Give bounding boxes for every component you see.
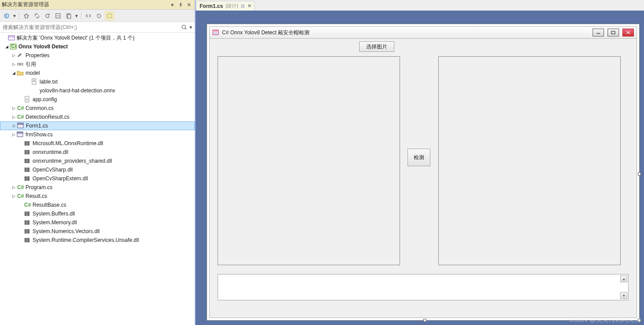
svg-rect-43 — [28, 220, 29, 225]
text-file-icon — [31, 78, 38, 85]
dll-icon — [24, 149, 31, 156]
svg-rect-46 — [28, 229, 29, 234]
picturebox-result[interactable] — [438, 56, 621, 265]
solution-node[interactable]: ▸ 解决方案 'Onnx Yolov8 Detect' (1 个项目，共 1 个… — [0, 33, 195, 42]
tree-item-result-cs[interactable]: ▷ C# Result.cs — [0, 192, 195, 201]
tree-item-onnx-model[interactable]: ▸ yolov8n-hard-hat-detection.onnx — [0, 86, 195, 95]
maximize-button[interactable] — [608, 29, 619, 37]
expand-arrow-icon[interactable]: ▷ — [11, 132, 17, 137]
expand-arrow-icon[interactable]: ▷ — [11, 124, 17, 128]
detect-button[interactable]: 检测 — [408, 149, 430, 166]
properties-icon[interactable] — [94, 11, 104, 21]
explorer-search-box[interactable]: ▾ — [0, 22, 195, 33]
csharp-file-icon: C# — [17, 113, 24, 121]
tree-item-properties[interactable]: ▷ Properties — [0, 51, 195, 60]
dll-icon — [24, 219, 31, 226]
svg-rect-20 — [25, 141, 26, 146]
csharp-file-icon: C# — [17, 105, 24, 112]
showall-dropdown-icon[interactable]: ▾ — [74, 11, 79, 21]
designer-canvas[interactable]: C# Onnx Yolov8 Detect 戴安全帽检测 选择图片 检测 ▴ ▾ — [196, 11, 644, 325]
close-icon[interactable]: ✕ — [185, 1, 193, 9]
svg-rect-47 — [25, 238, 26, 242]
svg-point-5 — [182, 25, 186, 29]
expand-arrow-icon[interactable]: ▷ — [11, 115, 17, 119]
back-dropdown-icon[interactable]: ▾ — [12, 11, 17, 21]
close-icon[interactable]: ✕ — [247, 3, 251, 9]
tree-item-common-cs[interactable]: ▷ C# Common.cs — [0, 104, 195, 113]
tree-item-dll[interactable]: ▸System.Memory.dll — [0, 218, 195, 227]
config-file-icon — [24, 96, 31, 103]
tree-item-program-cs[interactable]: ▷ C# Program.cs — [0, 183, 195, 192]
svg-rect-29 — [25, 168, 26, 172]
collapse-all-icon[interactable] — [53, 11, 63, 21]
back-icon[interactable] — [2, 11, 11, 21]
svg-text:C#: C# — [17, 184, 24, 190]
form-client-area[interactable]: 选择图片 检测 ▴ ▾ — [209, 39, 637, 318]
form-titlebar: C# Onnx Yolov8 Detect 戴安全帽检测 — [209, 26, 637, 39]
expand-arrow-icon[interactable]: ▷ — [11, 185, 17, 190]
preview-icon[interactable] — [105, 11, 114, 21]
show-all-files-icon[interactable] — [64, 11, 73, 21]
dll-icon — [24, 210, 31, 217]
solution-tree[interactable]: ▸ 解决方案 'Onnx Yolov8 Detect' (1 个项目，共 1 个… — [0, 33, 195, 325]
expand-arrow-icon[interactable]: ◢ — [11, 71, 17, 75]
tree-item-dll[interactable]: ▸System.Runtime.CompilerServices.Unsafe.… — [0, 236, 195, 245]
expand-arrow-icon[interactable]: ◢ — [4, 44, 10, 49]
refresh-icon[interactable] — [43, 11, 52, 21]
svg-rect-3 — [68, 15, 71, 18]
resize-handle-icon[interactable] — [423, 319, 426, 322]
winform-file-icon — [17, 131, 24, 138]
close-button[interactable] — [622, 29, 634, 37]
search-dropdown-icon[interactable]: ▾ — [189, 24, 193, 30]
picturebox-source[interactable] — [218, 56, 400, 265]
tree-item-dll[interactable]: ▸OpenCvSharpExtern.dll — [0, 174, 195, 183]
svg-text:C#: C# — [17, 114, 24, 120]
pin-icon[interactable]: ⊟ — [241, 4, 244, 8]
designer-surface[interactable]: C# Onnx Yolov8 Detect 戴安全帽检测 选择图片 检测 ▴ ▾ — [207, 24, 640, 321]
dll-icon — [24, 237, 31, 244]
tree-item-appconfig[interactable]: ▸ app.config — [0, 95, 195, 104]
search-icon[interactable] — [180, 24, 189, 30]
expand-arrow-icon[interactable]: ▷ — [11, 194, 17, 198]
view-code-icon[interactable] — [84, 11, 93, 21]
tree-item-model-folder[interactable]: ◢ model — [0, 69, 195, 77]
resize-handle-icon[interactable] — [638, 172, 641, 175]
expand-arrow-icon[interactable]: ▷ — [11, 53, 17, 58]
tree-item-dll[interactable]: ▸Microsoft.ML.OnnxRuntime.dll — [0, 139, 195, 148]
dropdown-icon[interactable]: ▾ — [168, 1, 176, 9]
tree-item-form1-cs[interactable]: ▷ Form1.cs — [0, 121, 195, 130]
search-input[interactable] — [2, 23, 180, 31]
expand-arrow-icon[interactable]: ▷ — [11, 62, 17, 66]
csharp-file-icon: C# — [17, 184, 24, 191]
tree-item-references[interactable]: ▷ 引用 — [0, 60, 195, 69]
sync-icon[interactable] — [32, 11, 42, 21]
svg-rect-32 — [25, 176, 26, 181]
pin-icon[interactable] — [177, 1, 185, 9]
tree-item-lable-txt[interactable]: ▸ lable.txt — [0, 77, 195, 86]
output-textbox[interactable]: ▴ ▾ — [218, 274, 629, 300]
tree-item-dll[interactable]: ▸onnxruntime_providers_shared.dll — [0, 157, 195, 165]
expand-arrow-icon[interactable]: ▷ — [11, 106, 17, 110]
tree-item-dll[interactable]: ▸System.Buffers.dll — [0, 209, 195, 218]
svg-text:C#: C# — [11, 43, 17, 49]
scroll-down-icon[interactable]: ▾ — [620, 292, 627, 299]
svg-rect-26 — [25, 159, 26, 163]
svg-rect-34 — [28, 176, 29, 181]
svg-text:C#: C# — [17, 193, 24, 199]
home-icon[interactable] — [22, 11, 31, 21]
select-image-button[interactable]: 选择图片 — [359, 41, 394, 52]
project-node[interactable]: ◢ C# Onnx Yolov8 Detect — [0, 42, 195, 51]
svg-text:C#: C# — [24, 202, 31, 208]
tab-form1-design[interactable]: Form1.cs [设计] ⊟ ✕ — [196, 1, 255, 11]
form-preview[interactable]: C# Onnx Yolov8 Detect 戴安全帽检测 选择图片 检测 ▴ ▾ — [209, 26, 637, 318]
tree-item-resultbase-cs[interactable]: ▸ C# ResultBase.cs — [0, 201, 195, 209]
resize-handle-icon[interactable] — [638, 319, 641, 322]
svg-rect-31 — [28, 168, 29, 172]
tree-item-detectionresult-cs[interactable]: ▷ C# DetectionResult.cs — [0, 113, 195, 121]
minimize-button[interactable] — [593, 29, 604, 37]
tree-item-dll[interactable]: ▸System.Numerics.Vectors.dll — [0, 227, 195, 236]
scroll-up-icon[interactable]: ▴ — [620, 275, 627, 282]
tree-item-frmshow-cs[interactable]: ▷ frmShow.cs — [0, 130, 195, 139]
tree-item-dll[interactable]: ▸OpenCvSharp.dll — [0, 165, 195, 174]
tree-item-dll[interactable]: ▸onnxruntime.dll — [0, 148, 195, 157]
